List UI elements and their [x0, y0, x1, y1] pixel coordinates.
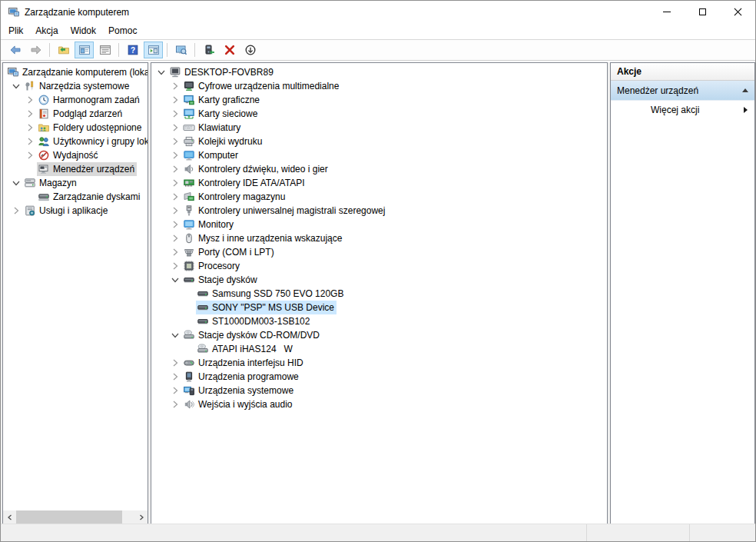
device-tree-item-kontrolery-uniwersalnej-magistrali-szerego[interactable]: Kontrolery uniwersalnej magistrali szere…	[151, 204, 607, 218]
device-tree-item-urządzenia-interfejsu-hid[interactable]: Urządzenia interfejsu HID	[151, 356, 607, 370]
device-tree-item-procesory[interactable]: Procesory	[151, 259, 607, 273]
show-action-pane-button[interactable]	[144, 42, 163, 58]
help-button[interactable]: ?	[123, 42, 142, 58]
menu-widok[interactable]: Widok	[65, 24, 102, 38]
console-tree-item-użytkownicy-i-grupy-lok[interactable]: Użytkownicy i grupy lok	[3, 135, 148, 148]
menu-akcja[interactable]: Akcja	[29, 24, 64, 38]
device-tree-item-st1000dm003-1sb102[interactable]: ST1000DM003-1SB102	[151, 314, 607, 328]
chevron-collapsed-icon[interactable]	[9, 204, 23, 217]
console-tree-item-foldery-udostępnione[interactable]: Foldery udostępnione	[3, 121, 148, 135]
device-tree-item-stacje-dysków[interactable]: Stacje dysków	[151, 273, 607, 287]
device-tree-item-cyfrowe-urządzenia-multimedialne[interactable]: Cyfrowe urządzenia multimedialne	[151, 79, 607, 93]
export-list-button[interactable]	[95, 42, 114, 58]
scroll-left-button[interactable]	[3, 510, 16, 524]
chevron-collapsed-icon[interactable]	[168, 398, 182, 411]
device-tree-item-urządzenia-programowe[interactable]: Urządzenia programowe	[151, 370, 607, 384]
chevron-collapsed-icon[interactable]	[168, 384, 182, 397]
chevron-collapsed-icon[interactable]	[168, 232, 182, 244]
console-tree-item-wydajność[interactable]: Wydajność	[3, 148, 148, 162]
device-tree-item-desktop-fovbr89[interactable]: DESKTOP-FOVBR89	[151, 65, 607, 79]
chevron-expanded-icon[interactable]	[168, 329, 182, 341]
circle-down-icon	[244, 44, 257, 56]
chevron-collapsed-icon[interactable]	[168, 371, 182, 383]
console-tree-item-narzędzia-systemowe[interactable]: Narzędzia systemowe	[3, 79, 148, 93]
device-tree-item-monitory[interactable]: Monitory	[151, 218, 607, 231]
menu-plik[interactable]: Plik	[2, 24, 29, 38]
chevron-expanded-icon[interactable]	[9, 177, 23, 189]
chevron-collapsed-icon[interactable]	[168, 218, 182, 231]
chevron-collapsed-icon[interactable]	[168, 80, 182, 92]
device-tree-item-samsung-ssd-750-evo-120gb[interactable]: Samsung SSD 750 EVO 120GB	[151, 287, 607, 301]
actions-pane-header: Akcje	[611, 63, 754, 81]
chevron-collapsed-icon[interactable]	[168, 177, 182, 189]
chevron-collapsed-icon[interactable]	[168, 357, 182, 369]
device-tree-item-komputer[interactable]: Komputer	[151, 148, 607, 162]
tree-item-content: Mysz i inne urządzenia wskazujące	[182, 231, 344, 245]
scan-hardware-changes-button[interactable]	[171, 42, 191, 58]
status-bar	[1, 524, 756, 541]
show-console-tree-button[interactable]	[75, 42, 94, 58]
chevron-expanded-icon[interactable]	[9, 80, 23, 92]
console-tree-item-harmonogram-zadań[interactable]: Harmonogram zadań	[3, 93, 148, 107]
scroll-right-button[interactable]	[134, 510, 148, 524]
update-driver-button[interactable]	[199, 42, 218, 58]
device-tree-item-atapi-ihas124-w[interactable]: ATAPI iHAS124 W	[151, 342, 607, 356]
console-tree-item-podgląd-zdarzeń[interactable]: Podgląd zdarzeń	[3, 107, 148, 121]
chevron-collapsed-icon[interactable]	[23, 108, 37, 120]
back-button[interactable]	[5, 42, 25, 58]
maximize-button[interactable]	[685, 1, 720, 23]
device-tree-item-klawiatury[interactable]: Klawiatury	[151, 121, 607, 135]
device-tree-item-karty-graficzne[interactable]: Karty graficzne	[151, 93, 607, 107]
speaker-icon	[183, 163, 195, 175]
chevron-collapsed-icon[interactable]	[23, 135, 37, 148]
console-tree-item-magazyn[interactable]: Magazyn	[3, 176, 148, 190]
tree-item-content: Procesory	[182, 259, 242, 273]
chevron-collapsed-icon[interactable]	[168, 204, 182, 217]
console-tree-item-zarządzanie-komputerem-loka[interactable]: Zarządzanie komputerem (loka	[3, 65, 148, 79]
collapse-section-icon[interactable]	[742, 88, 748, 92]
more-actions-item[interactable]: Więcej akcji	[611, 101, 754, 119]
chevron-collapsed-icon[interactable]	[168, 260, 182, 272]
chevron-collapsed-icon[interactable]	[23, 121, 37, 134]
console-tree-item-menedżer-urządzeń[interactable]: Menedżer urządzeń	[3, 162, 148, 176]
chevron-collapsed-icon[interactable]	[23, 149, 37, 161]
device-tree-item-stacje-dysków-cd-rom-dvd[interactable]: Stacje dysków CD-ROM/DVD	[151, 328, 607, 342]
disable-device-button[interactable]	[240, 42, 260, 58]
close-button[interactable]	[720, 1, 755, 23]
chevron-collapsed-icon[interactable]	[168, 163, 182, 175]
up-one-level-button[interactable]	[54, 42, 73, 58]
minimize-button[interactable]	[649, 1, 685, 23]
device-tree-item-karty-sieciowe[interactable]: Karty sieciowe	[151, 107, 607, 121]
device-tree-item-kolejki-wydruku[interactable]: Kolejki wydruku	[151, 135, 607, 148]
device-tree-item-urządzenia-systemowe[interactable]: Urządzenia systemowe	[151, 384, 607, 397]
horizontal-scrollbar[interactable]	[3, 510, 148, 524]
chevron-collapsed-icon[interactable]	[168, 191, 182, 203]
chevron-collapsed-icon[interactable]	[168, 121, 182, 134]
chevron-collapsed-icon[interactable]	[168, 246, 182, 258]
console-tree-item-zarządzanie-dyskami[interactable]: Zarządzanie dyskami	[3, 190, 148, 204]
scrollbar-thumb[interactable]	[16, 510, 122, 524]
device-tree-item-kontrolery-dźwięku-wideo-i-gier[interactable]: Kontrolery dźwięku, wideo i gier	[151, 162, 607, 176]
chevron-collapsed-icon[interactable]	[168, 94, 182, 106]
uninstall-device-button[interactable]	[220, 42, 239, 58]
chevron-expanded-icon[interactable]	[154, 66, 168, 78]
menu-pomoc[interactable]: Pomoc	[102, 24, 143, 38]
chevron-expanded-icon[interactable]	[168, 274, 182, 286]
chevron-collapsed-icon[interactable]	[23, 94, 37, 106]
device-tree-item-kontrolery-ide-ata-atapi[interactable]: Kontrolery IDE ATA/ATAPI	[151, 176, 607, 190]
device-tree-item-porty-com-i-lpt[interactable]: Porty (COM i LPT)	[151, 245, 607, 259]
software-device-icon	[183, 371, 195, 383]
chevron-collapsed-icon[interactable]	[168, 149, 182, 161]
tree-item-content: Podgląd zdarzeń	[37, 107, 124, 121]
forward-button[interactable]	[26, 42, 45, 58]
console-tree-item-usługi-i-aplikacje[interactable]: Usługi i aplikacje	[3, 204, 148, 218]
device-tree-item-mysz-i-inne-urządzenia-wskazujące[interactable]: Mysz i inne urządzenia wskazujące	[151, 231, 607, 245]
device-tree-item-wejścia-i-wyjścia-audio[interactable]: Wejścia i wyjścia audio	[151, 397, 607, 411]
actions-section-device-manager[interactable]: Menedżer urządzeń	[611, 81, 754, 101]
chevron-collapsed-icon[interactable]	[168, 135, 182, 148]
chevron-collapsed-icon[interactable]	[168, 108, 182, 120]
device-tree-item-sony-psp-ms-usb-device[interactable]: SONY "PSP" MS USB Device	[151, 301, 607, 314]
performance-icon	[38, 149, 50, 161]
device-tree-item-kontrolery-magazynu[interactable]: Kontrolery magazynu	[151, 190, 607, 204]
console-tree: Zarządzanie komputerem (lokaNarzędzia sy…	[3, 63, 148, 500]
